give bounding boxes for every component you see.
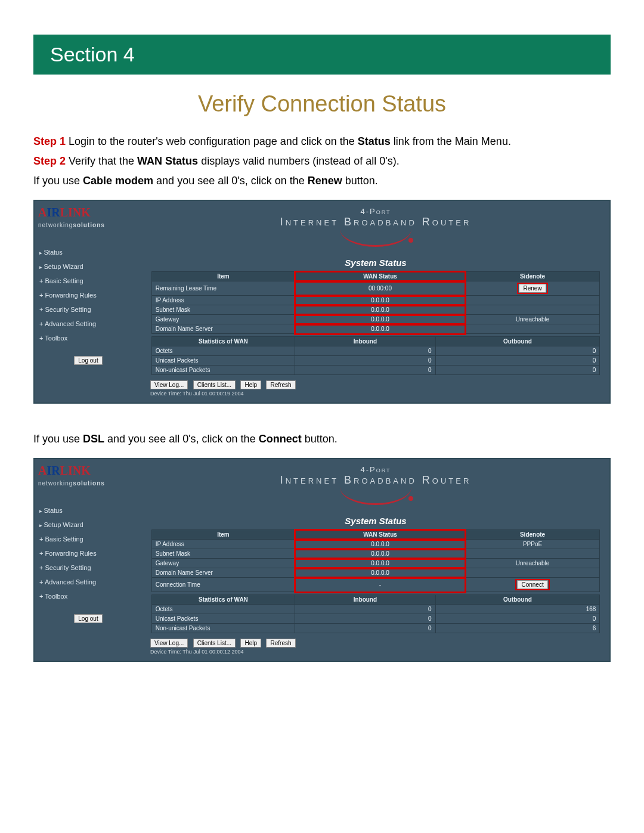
col-sidenote: Sidenote [465,530,600,540]
help-button[interactable]: Help [240,380,261,389]
menu-status[interactable]: Status [38,503,138,518]
router-screenshot-dsl: AIRLINK networkingsolutions Status Setup… [33,458,611,662]
cable-note: If you use Cable modem and you see all 0… [33,173,611,189]
swoosh-icon [340,225,411,247]
wan-stats-table: Statistics of WAN Inbound Outbound Octet… [151,594,600,633]
menu-security-setting[interactable]: Security Setting [38,561,138,575]
step-1-label: Step 1 [33,135,66,147]
clients-list-button[interactable]: Clients List... [193,380,236,389]
menu-toolbox[interactable]: Toolbox [38,331,138,345]
step-2-text: Step 2 Verify that the WAN Status displa… [33,153,611,169]
menu-advanced-setting[interactable]: Advanced Setting [38,575,138,589]
menu-basic-setting[interactable]: Basic Setting [38,274,138,288]
menu-setup-wizard[interactable]: Setup Wizard [38,259,138,274]
menu-forwarding-rules[interactable]: Forwarding Rules [38,546,138,561]
menu-status[interactable]: Status [38,245,138,259]
help-button[interactable]: Help [240,639,261,648]
action-buttons: View Log... Clients List... Help Refresh [150,379,609,389]
refresh-button[interactable]: Refresh [266,380,295,389]
col-wan-status: WAN Status [295,272,466,281]
refresh-button[interactable]: Refresh [266,639,295,648]
router-sidebar: AIRLINK networkingsolutions Status Setup… [35,459,142,661]
view-log-button[interactable]: View Log... [150,639,188,648]
menu-setup-wizard[interactable]: Setup Wizard [38,518,138,532]
col-item: Item [151,530,295,540]
logout-button[interactable]: Log out [74,356,102,365]
page-title: Verify Connection Status [33,91,611,117]
router-screenshot-cable: AIRLINK networkingsolutions Status Setup… [33,200,611,404]
col-sidenote: Sidenote [465,272,600,281]
menu-advanced-setting[interactable]: Advanced Setting [38,317,138,331]
router-sidebar: AIRLINK networkingsolutions Status Setup… [35,201,142,402]
airlink-logo: AIRLINK networkingsolutions [38,206,138,228]
col-wan-status: WAN Status [295,530,466,540]
menu-basic-setting[interactable]: Basic Setting [38,532,138,546]
system-status-title: System Status [142,258,609,268]
menu-security-setting[interactable]: Security Setting [38,302,138,317]
col-item: Item [151,272,295,281]
renew-button[interactable]: Renew [519,284,546,293]
router-menu: Status Setup Wizard Basic Setting Forwar… [38,245,138,345]
router-main: 4-Port Internet Broadband Router System … [142,201,609,402]
section-banner: Section 4 [33,35,611,75]
device-time: Device Time: Thu Jul 01 00:00:12 2004 [150,649,609,655]
wan-stats-table: Statistics of WAN Inbound Outbound Octet… [151,336,600,375]
clients-list-button[interactable]: Clients List... [193,639,236,648]
swoosh-icon [340,483,411,505]
step-2-label: Step 2 [33,155,66,167]
wan-status-table: Item WAN Status Sidenote IP Address0.0.0… [151,529,600,592]
router-menu: Status Setup Wizard Basic Setting Forwar… [38,503,138,603]
system-status-title: System Status [142,516,609,526]
airlink-logo: AIRLINK networkingsolutions [38,464,138,487]
router-header: 4-Port Internet Broadband Router [142,201,609,249]
wan-status-table: Item WAN Status Sidenote Remaining Lease… [151,271,600,334]
router-main: 4-Port Internet Broadband Router System … [142,459,609,661]
action-buttons: View Log... Clients List... Help Refresh [150,637,609,648]
view-log-button[interactable]: View Log... [150,380,188,389]
menu-forwarding-rules[interactable]: Forwarding Rules [38,288,138,302]
device-time: Device Time: Thu Jul 01 00:00:19 2004 [150,391,609,397]
step-1-text: Step 1 Login to the router's web configu… [33,134,611,150]
router-header: 4-Port Internet Broadband Router [142,459,609,507]
menu-toolbox[interactable]: Toolbox [38,589,138,603]
logout-button[interactable]: Log out [74,614,102,623]
dsl-note: If you use DSL and you see all 0's, clic… [33,431,611,447]
connect-button[interactable]: Connect [517,580,547,589]
